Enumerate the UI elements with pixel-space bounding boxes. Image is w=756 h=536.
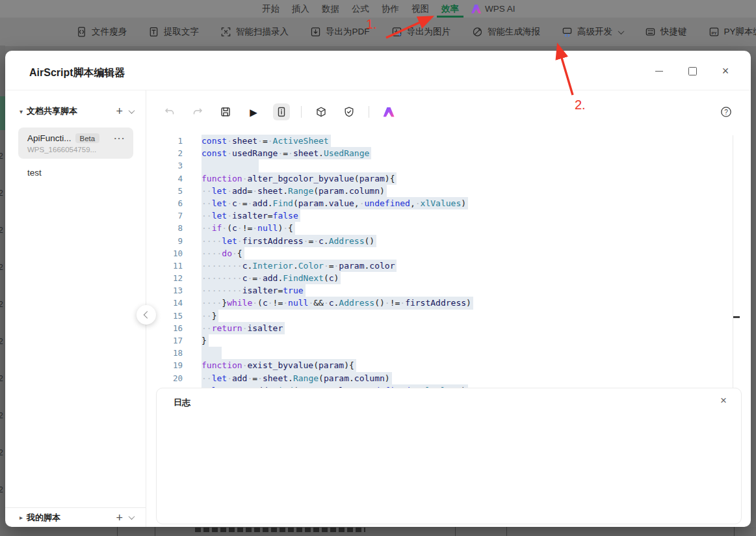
code-line-17[interactable]: 17} bbox=[160, 334, 738, 347]
export-image-icon bbox=[391, 26, 402, 38]
ribbon-item-7[interactable]: 高级开发 bbox=[562, 26, 623, 38]
background-row-number: 2 bbox=[0, 263, 3, 272]
redo-button[interactable] bbox=[189, 103, 206, 120]
code-line-1[interactable]: 1const·sheet·=·ActiveSheet bbox=[160, 135, 738, 147]
script-item-apifunction[interactable]: ApiFuncti... Beta ··· WPS_1666054759... bbox=[18, 127, 133, 159]
code-line-12[interactable]: 12········c·=·add.FindNext(c) bbox=[160, 272, 738, 284]
beta-badge: Beta bbox=[75, 133, 100, 143]
scrollbar-marker[interactable] bbox=[733, 316, 740, 318]
line-number: 10 bbox=[160, 247, 183, 260]
ribbon-item-4[interactable]: 导出为PDF bbox=[310, 26, 370, 38]
svg-text:PY: PY bbox=[711, 31, 716, 35]
help-button[interactable]: ? bbox=[720, 105, 733, 118]
toolbar-separator bbox=[369, 106, 369, 118]
ribbon-item-5[interactable]: 导出为图片 bbox=[391, 26, 451, 38]
dialog-title: AirScript脚本编辑器 bbox=[29, 66, 125, 80]
code-line-4[interactable]: 4function·alter_bgcolor_byvalue(param){ bbox=[160, 172, 738, 185]
chevron-down-icon[interactable] bbox=[129, 107, 135, 114]
ribbon-item-label: 智能生成海报 bbox=[488, 26, 540, 38]
line-number: 17 bbox=[160, 334, 183, 347]
code-line-6[interactable]: 6··let·c·=·add.Find(param.value,·undefin… bbox=[160, 197, 738, 209]
py-editor-icon: PY bbox=[709, 26, 720, 38]
airscript-logo-button[interactable] bbox=[380, 103, 397, 120]
tab-2[interactable]: 插入 bbox=[292, 0, 309, 18]
tab-4[interactable]: 公式 bbox=[352, 0, 369, 18]
shared-scripts-header[interactable]: ▾ 文档共享脚本 + bbox=[5, 90, 146, 117]
background-cell bbox=[0, 96, 5, 130]
close-icon: × bbox=[722, 65, 729, 77]
ribbon-item-8[interactable]: 快捷键 bbox=[645, 26, 687, 38]
code-line-18[interactable]: 18 bbox=[160, 347, 738, 359]
ribbon-item-label: 文件瘦身 bbox=[92, 26, 127, 38]
code-line-13[interactable]: 13········isalter=true bbox=[160, 284, 738, 297]
code-line-20[interactable]: 20··let·add·=·sheet.Range(param.column) bbox=[160, 372, 738, 384]
tab-7[interactable]: 效率 bbox=[441, 0, 459, 18]
airscript-logo bbox=[384, 107, 395, 117]
gridline bbox=[734, 527, 735, 536]
code-line-14[interactable]: 14····}while·(c·!=·null·&&·c.Address()·!… bbox=[160, 297, 738, 309]
chevron-down-icon[interactable] bbox=[129, 513, 135, 520]
tab-5[interactable]: 协作 bbox=[382, 0, 399, 18]
run-button[interactable]: ▶ bbox=[245, 103, 262, 120]
undo-button[interactable] bbox=[161, 103, 178, 120]
code-line-19[interactable]: 19function·exist_byvalue(param){ bbox=[160, 359, 738, 371]
tab-3[interactable]: 数据 bbox=[322, 0, 339, 18]
line-number: 3 bbox=[160, 159, 183, 172]
close-button[interactable]: × bbox=[720, 65, 731, 77]
background-row-number: 2 bbox=[0, 374, 3, 383]
code-editor[interactable]: 1const·sheet·=·ActiveSheet2const·usedRan… bbox=[160, 131, 738, 391]
package-button[interactable] bbox=[313, 103, 330, 120]
toolbar-separator bbox=[301, 106, 302, 118]
code-line-11[interactable]: 11········c.Interior.Color·=·param.color bbox=[160, 260, 738, 272]
line-number: 6 bbox=[160, 197, 183, 209]
ribbon-item-3[interactable]: 智能扫描录入 bbox=[220, 26, 289, 38]
ribbon-item-label: 智能扫描录入 bbox=[236, 26, 289, 38]
ribbon-item-2[interactable]: 提取文字 bbox=[148, 26, 199, 38]
code-line-16[interactable]: 16··return·isalter bbox=[160, 322, 738, 334]
add-script-button[interactable]: + bbox=[116, 107, 123, 116]
line-number: 9 bbox=[160, 235, 183, 247]
script-item-test[interactable]: test bbox=[27, 168, 133, 178]
ribbon-toolbar: 文件瘦身提取文字智能扫描录入导出为PDF导出为图片智能生成海报高级开发快捷键PY… bbox=[0, 18, 756, 47]
clipped-cell-text bbox=[195, 528, 365, 532]
code-line-15[interactable]: 15··} bbox=[160, 310, 738, 322]
my-scripts-header[interactable]: ▸ 我的脚本 + bbox=[5, 507, 146, 527]
tab-1[interactable]: 开始 bbox=[262, 0, 280, 18]
security-shield-button[interactable] bbox=[341, 103, 358, 120]
background-row-number: 2 bbox=[0, 485, 3, 494]
help-icon: ? bbox=[720, 105, 733, 118]
ribbon-item-label: 高级开发 bbox=[577, 26, 612, 38]
code-line-8[interactable]: 8··if·(c·!=·null)·{ bbox=[160, 222, 738, 234]
tab-6[interactable]: 视图 bbox=[411, 0, 429, 18]
ribbon-item-6[interactable]: 智能生成海报 bbox=[472, 26, 540, 38]
maximize-button[interactable] bbox=[686, 65, 698, 77]
code-line-5[interactable]: 5··let·add=·sheet.Range(param.column) bbox=[160, 185, 738, 197]
wps-ai-button[interactable]: WPS AI bbox=[471, 4, 515, 14]
more-options-button[interactable]: ··· bbox=[114, 133, 126, 143]
log-close-button[interactable]: × bbox=[720, 394, 727, 407]
maximize-icon bbox=[688, 67, 697, 75]
line-number: 14 bbox=[160, 297, 183, 309]
ribbon-item-1[interactable]: 文件瘦身 bbox=[76, 26, 127, 38]
save-button[interactable] bbox=[217, 103, 234, 120]
code-line-2[interactable]: 2const·usedRange·=·sheet.UsedRange bbox=[160, 147, 738, 159]
code-line-3[interactable]: 3 bbox=[160, 159, 738, 172]
line-number: 20 bbox=[160, 372, 183, 384]
code-line-10[interactable]: 10····do·{ bbox=[160, 247, 738, 260]
collapse-sidebar-button[interactable] bbox=[137, 305, 156, 325]
package-icon bbox=[315, 106, 327, 118]
redo-icon bbox=[192, 106, 203, 118]
save-icon bbox=[220, 106, 231, 118]
smart-scan-icon bbox=[220, 26, 231, 38]
minimize-button[interactable] bbox=[653, 65, 665, 77]
ribbon-item-9[interactable]: PYPY脚本编辑器 bbox=[709, 26, 756, 38]
code-line-7[interactable]: 7··let·isalter=false bbox=[160, 209, 738, 222]
add-my-script-button[interactable]: + bbox=[116, 513, 123, 522]
script-info-button[interactable] bbox=[273, 103, 290, 120]
line-number: 2 bbox=[160, 147, 183, 159]
code-line-9[interactable]: 9····let·firstAddress·=·c.Address() bbox=[160, 235, 738, 247]
ribbon-item-label: 导出为PDF bbox=[326, 26, 370, 38]
file-slim-icon bbox=[76, 26, 87, 38]
triangle-down-icon: ▾ bbox=[20, 108, 23, 115]
line-number: 11 bbox=[160, 260, 183, 272]
